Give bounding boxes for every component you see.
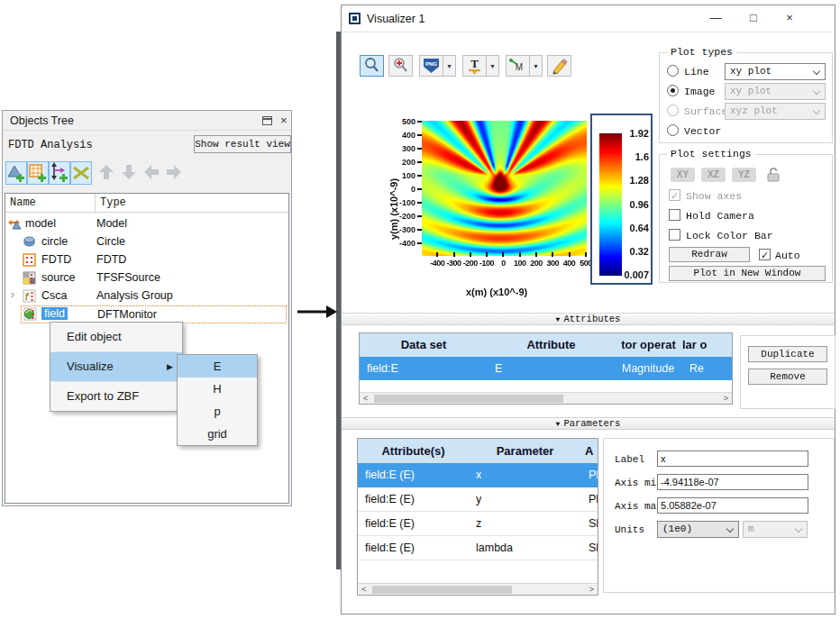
lock-color-bar-label[interactable]: Lock Color Bar (686, 230, 773, 241)
show-result-view-button[interactable]: Show result view (194, 135, 291, 153)
tree-item-name[interactable]: model (25, 217, 56, 230)
submenu-item-grid[interactable]: grid (178, 423, 257, 445)
zoom-in-tool-button[interactable] (388, 55, 413, 77)
tree-item-type[interactable]: TFSFSource (96, 271, 160, 284)
tree-table-header[interactable]: Name Type (5, 194, 288, 213)
text-tool-dropdown[interactable]: ▼ (487, 55, 499, 77)
tree-item-type[interactable]: Analysis Group (96, 289, 173, 302)
add-monitor-button[interactable] (70, 161, 92, 185)
marker-tool-dropdown[interactable]: ▼ (530, 55, 543, 77)
expander-icon[interactable]: › (11, 288, 14, 301)
hold-camera-checkbox[interactable] (669, 209, 680, 221)
auto-checkbox-label[interactable]: Auto (775, 250, 800, 261)
image-radio[interactable] (667, 85, 679, 96)
scroll-left-icon[interactable]: < (363, 393, 368, 405)
attributes-section-header[interactable]: ▼Attributes (342, 313, 835, 325)
tree-item-type[interactable]: FDTD (96, 253, 126, 266)
column-header[interactable]: Attribute(s) (358, 444, 469, 458)
redraw-button[interactable]: Redraw (669, 247, 750, 262)
zoom-tool-button[interactable] (360, 55, 384, 77)
tree-item-name[interactable]: source (41, 271, 76, 284)
line-radio[interactable] (667, 65, 679, 77)
axis-min-input[interactable] (657, 474, 808, 490)
float-window-icon[interactable] (262, 116, 272, 125)
scrollbar-thumb[interactable] (374, 395, 563, 403)
scroll-right-icon[interactable]: > (724, 393, 728, 405)
heatmap-canvas[interactable] (422, 121, 587, 256)
attributes-table-header[interactable]: Data set Attribute tor operat lar o (360, 333, 732, 357)
add-simulation-button[interactable] (27, 161, 49, 185)
visualizer-titlebar[interactable]: Visualizer 1 — □ × (342, 5, 835, 32)
add-source-button[interactable] (49, 161, 70, 185)
column-header[interactable]: A (585, 444, 598, 458)
column-header-type[interactable]: Type (100, 196, 126, 209)
tree-row-fdtd[interactable]: FDTD FDTD (5, 251, 288, 269)
column-header[interactable]: lar o (682, 338, 733, 351)
tree-item-name[interactable]: circle (41, 235, 68, 248)
plot-area[interactable]: 5004003002001000-100-200-300-400 -400-30… (342, 96, 657, 312)
tree-row-csca[interactable]: › f Csca Analysis Group (5, 287, 288, 305)
export-png-dropdown[interactable]: ▼ (443, 55, 456, 77)
tree-item-type[interactable]: Model (96, 217, 127, 230)
column-divider[interactable] (95, 194, 96, 212)
lock-color-bar-checkbox[interactable] (669, 229, 680, 241)
parameter-row-y[interactable]: field:E (E) y Plo (358, 487, 598, 512)
attributes-table[interactable]: Data set Attribute tor operat lar o fiel… (359, 332, 733, 405)
column-header[interactable]: Parameter (469, 444, 581, 458)
vector-radio-label[interactable]: Vector (684, 125, 721, 137)
maximize-button[interactable]: □ (740, 11, 767, 24)
submenu-item-e[interactable]: E (178, 355, 257, 378)
scroll-left-icon[interactable]: < (361, 584, 366, 596)
remove-button[interactable]: Remove (748, 369, 827, 385)
close-icon[interactable]: × (280, 114, 288, 127)
scroll-right-icon[interactable]: > (589, 584, 594, 596)
line-plot-select[interactable]: xy plot (725, 63, 826, 80)
edit-tool-button[interactable] (547, 55, 571, 77)
attributes-h-scrollbar[interactable]: < > (360, 392, 732, 404)
parameter-row-x[interactable]: field:E (E) x Plo (358, 463, 598, 487)
attributes-row-selected[interactable]: field:E E Magnitude Re (360, 357, 732, 380)
column-header[interactable]: tor operat (615, 338, 682, 351)
marker-tool-button[interactable]: M (506, 55, 530, 77)
column-header[interactable]: Attribute (488, 338, 615, 351)
add-structure-button[interactable] (5, 161, 27, 185)
label-input[interactable] (657, 451, 808, 467)
image-radio-label[interactable]: Image (684, 86, 716, 97)
menu-item-edit-object[interactable]: Edit object (50, 323, 182, 351)
auto-checkbox[interactable] (759, 249, 771, 260)
tree-row-source[interactable]: source TFSFSource (5, 269, 288, 287)
column-header[interactable]: Data set (360, 338, 488, 351)
tree-item-name[interactable]: Csca (41, 289, 67, 302)
parameters-section-header[interactable]: ▼Parameters (342, 417, 835, 430)
close-button[interactable]: × (776, 11, 803, 24)
parameters-table[interactable]: Attribute(s) Parameter A field:E (E) x P… (357, 438, 598, 596)
submenu-item-h[interactable]: H (178, 378, 257, 400)
parameter-row-lambda[interactable]: field:E (E) lambda Slic (358, 536, 598, 560)
duplicate-button[interactable]: Duplicate (748, 346, 827, 362)
submenu-item-p[interactable]: p (178, 400, 257, 423)
parameters-h-scrollbar[interactable]: < > (358, 583, 598, 595)
tree-item-name[interactable]: field (41, 307, 68, 320)
column-header-name[interactable]: Name (10, 196, 36, 209)
parameters-table-header[interactable]: Attribute(s) Parameter A (358, 439, 598, 463)
line-radio-label[interactable]: Line (684, 66, 709, 77)
menu-item-visualize[interactable]: Visualize ▶ (50, 352, 182, 381)
vector-radio[interactable] (667, 124, 679, 136)
minimize-button[interactable]: — (702, 11, 729, 24)
tree-row-circle[interactable]: circle Circle (5, 233, 288, 251)
tree-row-model[interactable]: model Model (5, 215, 288, 233)
objects-tree-titlebar[interactable]: Objects Tree × (3, 111, 291, 131)
parameter-row-z[interactable]: field:E (E) z Slic (358, 512, 598, 536)
scrollbar-thumb[interactable] (372, 586, 512, 594)
export-png-button[interactable]: PNG (419, 55, 443, 77)
tree-row-field-selected[interactable]: field DFTMonitor (21, 305, 287, 323)
menu-item-export-zbf[interactable]: Export to ZBF (50, 382, 182, 411)
axis-max-input[interactable] (657, 497, 808, 514)
units-select[interactable]: (1e0) (657, 521, 739, 538)
tree-item-name[interactable]: FDTD (41, 253, 71, 266)
hold-camera-label[interactable]: Hold Camera (686, 210, 754, 222)
tree-item-type[interactable]: DFTMonitor (97, 308, 157, 321)
tree-item-type[interactable]: Circle (96, 235, 125, 248)
text-tool-button[interactable]: T (462, 55, 487, 77)
plot-in-new-window-button[interactable]: Plot in New Window (669, 266, 826, 281)
